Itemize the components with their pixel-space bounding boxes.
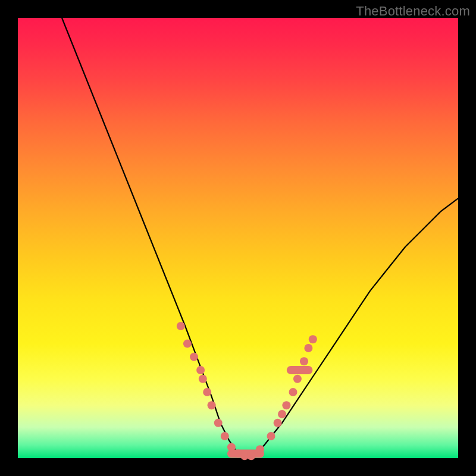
watermark-text: TheBottleneck.com [356,4,470,19]
marker-dot [274,419,282,427]
marker-dot [289,388,298,396]
marker-dot [247,452,255,460]
marker-dot [196,366,205,374]
marker-layer [177,322,317,460]
marker-dot [177,322,185,330]
marker-dot [208,401,216,409]
marker-dot [199,375,207,383]
marker-dot [221,432,229,440]
marker-dot [304,344,312,352]
chart-svg [18,18,458,458]
plot-area [18,18,458,458]
marker-dot [282,401,290,409]
marker-dot [214,419,223,427]
marker-dot [293,375,302,383]
bottleneck-curve [62,18,458,458]
marker-dot [190,353,198,361]
marker-dot [227,443,236,452]
marker-dot [267,432,275,440]
outer-frame: TheBottleneck.com [0,0,476,476]
marker-dot [300,357,308,365]
marker-dot [203,388,211,396]
marker-dot [309,335,317,343]
marker-dot [183,340,192,348]
curve-layer [62,18,458,458]
marker-dot [278,410,286,418]
marker-dot [256,445,264,453]
